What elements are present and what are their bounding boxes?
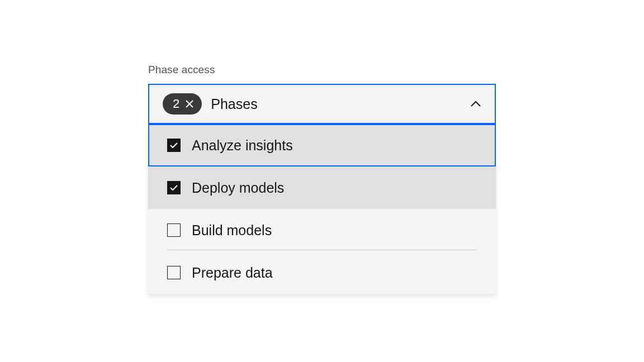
option-label: Prepare data — [192, 265, 273, 281]
selection-count-tag[interactable]: 2 — [163, 93, 202, 115]
chevron-up-icon — [470, 100, 481, 108]
multiselect-dropdown: 2 Phases Analyze insightsDeploy modelsBu… — [148, 84, 496, 294]
clear-selection-icon[interactable] — [185, 99, 194, 108]
selection-count: 2 — [173, 97, 179, 111]
option-row[interactable]: Deploy models — [148, 166, 496, 209]
dropdown-header[interactable]: 2 Phases — [148, 84, 496, 124]
option-row[interactable]: Prepare data — [148, 251, 496, 294]
option-list: Analyze insightsDeploy modelsBuild model… — [148, 124, 496, 294]
option-row[interactable]: Analyze insights — [148, 124, 496, 166]
option-label: Build models — [192, 222, 272, 239]
dropdown-placeholder: Phases — [211, 96, 470, 112]
checkbox[interactable] — [167, 223, 181, 237]
option-label: Deploy models — [192, 180, 284, 196]
checkbox[interactable] — [167, 181, 181, 194]
checkbox[interactable] — [167, 266, 181, 279]
option-divider — [167, 250, 477, 250]
option-label: Analyze insights — [192, 137, 293, 154]
option-row[interactable]: Build models — [148, 209, 496, 251]
checkbox[interactable] — [167, 139, 181, 152]
field-label: Phase access — [148, 64, 496, 76]
